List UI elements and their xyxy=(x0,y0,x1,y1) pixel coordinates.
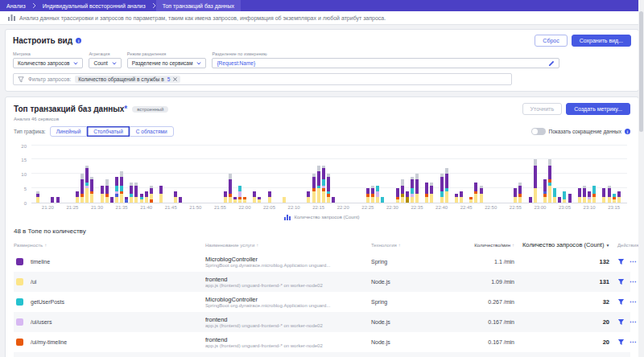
bar-segment xyxy=(159,186,163,195)
metric-select[interactable]: Количество запросов xyxy=(13,58,83,68)
bar-segment xyxy=(233,199,237,203)
sort-icon: ↑ xyxy=(44,243,47,248)
more-actions-icon[interactable]: ⋯ xyxy=(630,278,637,285)
metric-field: Метрика Количество запросов xyxy=(13,51,83,68)
funnel-icon xyxy=(18,76,24,83)
col-service[interactable]: Наименование услуги↑ xyxy=(205,243,371,248)
filter-icon[interactable] xyxy=(617,339,625,346)
bar-segment xyxy=(243,197,246,200)
filter-icon[interactable] xyxy=(617,318,625,326)
info-icon[interactable]: i xyxy=(625,129,630,134)
table-row[interactable]: /ui frontendapp.js (frontend) unguard-fr… xyxy=(14,272,630,292)
request-filter-bar[interactable]: Фильтр запросов: Количество обращений в … xyxy=(13,73,512,85)
bar-segment xyxy=(238,191,242,197)
scrollbar-thumb[interactable] xyxy=(639,11,643,132)
bar-segment xyxy=(36,194,39,197)
data-reduction-toggle[interactable] xyxy=(531,128,546,135)
create-metric-button[interactable]: Создать метрику... xyxy=(566,103,630,115)
bar-segment xyxy=(613,194,616,197)
rate-per-min: 0.267 /min xyxy=(442,299,522,305)
breadcrumb-item-top-db-transactions[interactable]: Топ транзакций баз данных xyxy=(156,0,241,11)
bar-segment xyxy=(583,186,586,189)
split-mode-select[interactable]: Разделение по сервисам xyxy=(127,58,207,68)
table-row[interactable]: /ui/users frontendapp.js (frontend) ungu… xyxy=(14,312,630,332)
bar-segment xyxy=(613,197,616,200)
col-rate[interactable]: Количество/мин↑ xyxy=(442,243,522,248)
col-technology[interactable]: Технология↑ xyxy=(371,243,442,248)
bar-segment xyxy=(406,197,409,203)
bar-segment xyxy=(229,197,232,203)
pencil-icon[interactable] xyxy=(548,60,555,67)
bar-segment xyxy=(140,199,143,203)
bar-segment xyxy=(563,191,566,200)
aggregation-select[interactable]: Count xyxy=(89,58,121,68)
info-icon[interactable]: i xyxy=(76,38,81,43)
refine-button[interactable]: Уточнить xyxy=(522,103,563,115)
table-row[interactable]: /ui/my-timeline frontendapp.js (frontend… xyxy=(14,332,630,352)
col-dimension[interactable]: Размерность↑ xyxy=(14,243,205,248)
bar-segment xyxy=(548,186,551,203)
bar-segment xyxy=(578,197,581,203)
request-count: 132 xyxy=(522,258,617,265)
breadcrumb-item-multidimensional-analysis[interactable]: Индивидуальный всесторонний анализ xyxy=(36,0,152,11)
rate-per-min: 1.09 /min xyxy=(442,279,522,285)
page-scrollbar[interactable] xyxy=(638,0,644,357)
bar-segment xyxy=(120,191,123,195)
bar-segment xyxy=(120,171,123,177)
request-count: 32 xyxy=(522,298,617,306)
chart-plot[interactable] xyxy=(31,142,627,203)
save-view-button[interactable]: Сохранить вид... xyxy=(572,35,631,47)
x-tick-label: 21:25 xyxy=(62,205,83,210)
chart-type-bar-button[interactable]: Столбчатый xyxy=(87,126,130,137)
more-actions-icon[interactable]: ⋯ xyxy=(630,318,637,326)
bar-segment xyxy=(120,177,123,186)
x-axis-legend-text: Количество запросов (Count) xyxy=(294,215,359,220)
service-name: frontend xyxy=(205,316,371,323)
more-actions-icon[interactable]: ⋯ xyxy=(630,258,637,265)
table-row[interactable]: getUserPosts MicroblogControllerSpringBo… xyxy=(14,292,630,312)
close-icon[interactable] xyxy=(173,77,177,81)
table-row[interactable]: post MicroblogControllerSpringBoot org.d… xyxy=(14,352,630,357)
filter-tag-value: 5 xyxy=(167,76,171,82)
bar-segment xyxy=(85,183,89,186)
filter-icon[interactable] xyxy=(617,278,625,285)
bar-segment xyxy=(322,179,325,185)
builtin-badge: встроенный xyxy=(132,106,168,113)
more-actions-icon[interactable]: ⋯ xyxy=(630,339,637,346)
bar-segment xyxy=(115,191,118,195)
bar-segment xyxy=(130,194,133,197)
bar-segment xyxy=(592,197,596,203)
service-detail: SpringBoot org.dynatrace.microblog.Appli… xyxy=(205,303,371,308)
bar-segment xyxy=(568,194,572,203)
info-banner: Анализ данных трассировки и запросов по … xyxy=(0,11,644,25)
technology: Spring xyxy=(371,299,442,305)
chart-type-area-button[interactable]: С областями xyxy=(130,126,174,137)
bar-segment xyxy=(425,194,428,197)
bar-segment xyxy=(381,197,384,203)
bar-segment xyxy=(51,197,54,203)
bar-segment xyxy=(105,197,109,203)
bar-segment xyxy=(101,194,104,203)
chart-type-line-button[interactable]: Линейный xyxy=(50,126,88,137)
x-tick-label: 22:55 xyxy=(505,205,526,210)
bar-segment xyxy=(455,194,458,197)
bar-segment xyxy=(56,197,60,203)
filter-tag[interactable]: Количество обращений в службы в 5 xyxy=(75,76,180,83)
chart-type-label: Тип графика: xyxy=(14,129,46,134)
reset-button[interactable]: Сброс xyxy=(535,35,567,47)
filter-icon[interactable] xyxy=(617,298,625,306)
rate-per-min: 0.167 /min xyxy=(442,339,522,345)
bar-segment xyxy=(115,197,118,203)
breadcrumb-item-analysis[interactable]: Анализ xyxy=(0,0,32,11)
more-actions-icon[interactable]: ⋯ xyxy=(630,298,637,306)
bar-segment xyxy=(179,197,182,203)
dimension-input[interactable]: {Request:Name} xyxy=(212,58,559,68)
bar-segment xyxy=(90,179,93,191)
table-row[interactable]: timeline MicroblogControllerSpringBoot o… xyxy=(14,252,630,272)
bar-segment xyxy=(534,159,537,165)
col-count[interactable]: Количество запросов (Count)▼ xyxy=(522,241,617,248)
bar-segment xyxy=(327,191,330,195)
x-tick-label: 22:50 xyxy=(481,205,502,210)
bar-segment xyxy=(366,188,369,194)
filter-icon[interactable] xyxy=(617,258,625,265)
